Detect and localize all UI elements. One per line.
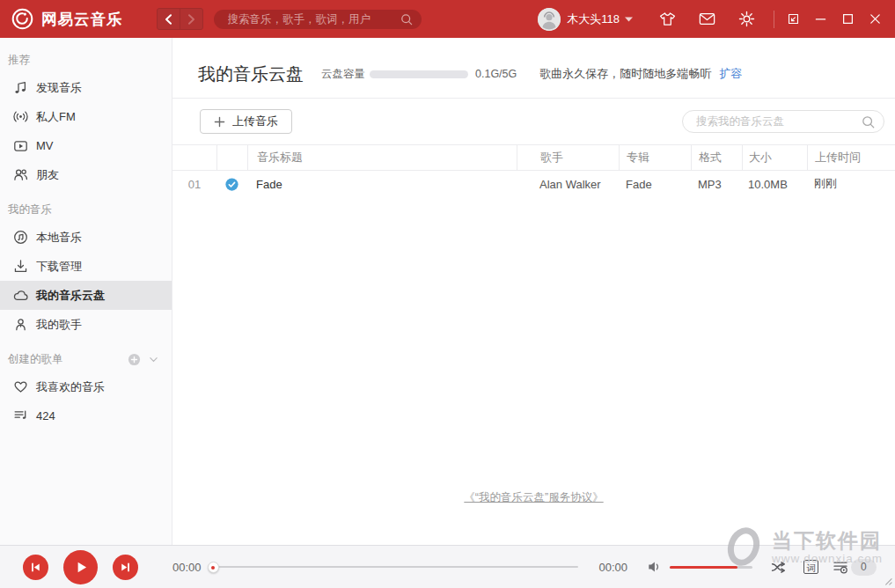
previous-icon (30, 562, 41, 573)
sidebar-section-playlists: 创建的歌单 (0, 346, 172, 372)
section-label: 推荐 (8, 53, 172, 68)
collapse-playlists-button[interactable] (148, 354, 159, 365)
sidebar-item-label: 424 (36, 409, 55, 423)
download-icon (13, 259, 36, 274)
sidebar-item-label: 本地音乐 (36, 230, 82, 246)
sidebar-item-my-singers[interactable]: 我的歌手 (0, 310, 172, 339)
maximize-button[interactable] (840, 11, 856, 27)
previous-track-button[interactable] (23, 555, 48, 580)
volume-slider[interactable] (670, 562, 752, 572)
sidebar-item-downloads[interactable]: 下载管理 (0, 252, 172, 281)
upload-music-button[interactable]: 上传音乐 (200, 109, 292, 134)
play-button[interactable] (63, 550, 98, 584)
col-album[interactable]: 专辑 (619, 145, 691, 170)
sidebar-item-liked-music[interactable]: 我喜欢的音乐 (0, 372, 172, 401)
minimize-button[interactable] (812, 11, 829, 27)
music-note-icon (13, 80, 36, 95)
sidebar-item-mv[interactable]: MV (0, 131, 172, 160)
plus-icon (214, 116, 232, 128)
current-time: 00:00 (172, 561, 202, 574)
theme-shirt-icon[interactable] (659, 11, 676, 26)
search-icon[interactable] (400, 13, 413, 26)
col-format[interactable]: 格式 (691, 145, 742, 170)
fm-icon (13, 109, 36, 124)
forward-button[interactable] (180, 9, 202, 29)
row-status (216, 171, 247, 197)
sidebar-item-label: 发现音乐 (36, 80, 82, 96)
play-queue-button[interactable]: 0 (833, 559, 877, 576)
cloud-icon (13, 288, 36, 303)
sidebar-item-label: 我喜欢的音乐 (36, 379, 105, 395)
col-size[interactable]: 大小 (742, 145, 807, 170)
sidebar-item-friends[interactable]: 朋友 (0, 160, 172, 189)
friends-icon (13, 167, 36, 182)
add-playlist-button[interactable] (128, 353, 141, 366)
back-button[interactable] (158, 9, 180, 29)
table-header: 音乐标题 歌手 专辑 格式 大小 上传时间 (172, 144, 895, 171)
song-album[interactable]: Fade (619, 171, 691, 197)
shuffle-icon[interactable] (771, 561, 788, 574)
cloud-toolbar: 上传音乐 (172, 99, 895, 144)
app-logo: 网易云音乐 (11, 7, 123, 31)
cloud-search-box (682, 110, 884, 133)
player-bar: 00:00 00:00 词 0 (0, 545, 895, 588)
titlebar-divider (774, 11, 774, 28)
close-button[interactable] (867, 11, 884, 27)
global-search-input[interactable] (226, 12, 400, 26)
play-icon (72, 560, 89, 575)
caret-down-icon (625, 17, 633, 22)
page-title: 我的音乐云盘 (198, 62, 304, 86)
settings-gear-icon[interactable] (738, 11, 755, 27)
col-artist[interactable]: 歌手 (517, 145, 619, 170)
col-uploaded[interactable]: 上传时间 (807, 145, 895, 170)
sidebar-item-discover[interactable]: 发现音乐 (0, 73, 172, 102)
sidebar-item-music-cloud-disk[interactable]: 我的音乐云盘 (0, 281, 172, 310)
service-agreement-link[interactable]: 《“我的音乐云盘”服务协议》 (464, 491, 603, 503)
expand-capacity-link[interactable]: 扩容 (719, 66, 742, 82)
local-music-icon (13, 230, 36, 245)
resize-grip[interactable] (883, 576, 892, 585)
song-title[interactable]: Fade (247, 171, 517, 197)
avatar[interactable] (538, 8, 561, 31)
heart-icon (13, 379, 36, 394)
seek-track (209, 566, 578, 568)
play-queue-count: 0 (851, 559, 877, 576)
sidebar-item-playlist-424[interactable]: 424 (0, 401, 172, 430)
next-track-button[interactable] (113, 555, 138, 580)
speaker-icon[interactable] (647, 560, 664, 574)
titlebar-right: 木大头118 (538, 8, 884, 31)
sidebar-item-label: 下载管理 (36, 259, 82, 275)
capacity-bar (370, 70, 468, 78)
cloud-search-input[interactable] (694, 114, 862, 129)
sidebar-item-private-fm[interactable]: 私人FM (0, 102, 172, 131)
mail-icon[interactable] (699, 12, 715, 26)
history-nav (157, 8, 203, 30)
section-label: 创建的歌单 (8, 352, 128, 367)
username: 木大头118 (567, 11, 620, 27)
sidebar-section-recommend: 推荐 (0, 47, 172, 73)
volume-fill (670, 566, 737, 569)
chevron-left-icon (165, 14, 172, 25)
sidebar-item-label: 朋友 (36, 167, 59, 183)
seek-thumb[interactable] (208, 562, 219, 573)
search-icon[interactable] (862, 115, 875, 129)
seek-slider[interactable] (209, 561, 578, 573)
titlebar: 网易云音乐 木 (0, 0, 895, 38)
check-circle-icon (225, 178, 238, 191)
mini-mode-button[interactable] (785, 11, 802, 27)
cloud-disk-header: 我的音乐云盘 云盘容量 0.1G/5G 歌曲永久保存，随时随地多端畅听 扩容 (172, 38, 895, 99)
col-status (216, 145, 247, 170)
user-menu[interactable]: 木大头118 (538, 8, 633, 31)
upload-button-label: 上传音乐 (232, 114, 278, 129)
sidebar-item-local-music[interactable]: 本地音乐 (0, 223, 172, 252)
capacity-value: 0.1G/5G (475, 68, 517, 80)
netease-logo-icon (11, 7, 34, 31)
capacity-label: 云盘容量 (321, 67, 365, 82)
lyrics-button[interactable]: 词 (803, 560, 818, 574)
song-artist[interactable]: Alan Walker (517, 171, 619, 197)
next-icon (120, 562, 131, 573)
sidebar-section-my-music: 我的音乐 (0, 196, 172, 223)
table-row[interactable]: 01 Fade Alan Walker Fade MP3 10.0MB 刚刚 (172, 171, 895, 197)
col-title[interactable]: 音乐标题 (247, 145, 517, 170)
sidebar-item-label: 私人FM (36, 109, 76, 125)
